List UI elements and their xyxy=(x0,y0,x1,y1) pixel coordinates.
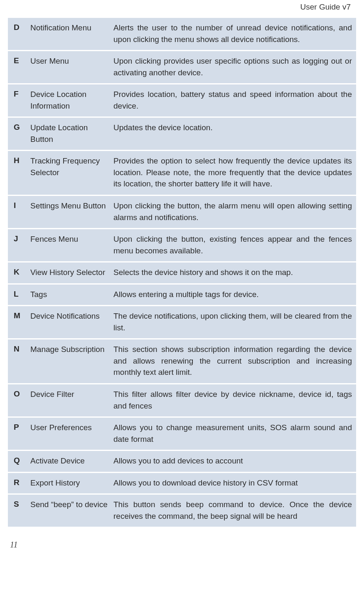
row-name: Fences Menu xyxy=(30,233,113,256)
row-description: Updates the device location. xyxy=(113,122,352,145)
table-row: GUpdate Location ButtonUpdates the devic… xyxy=(7,117,357,151)
row-name: Settings Menu Button xyxy=(30,200,113,223)
row-name: Device Notifications xyxy=(30,310,113,333)
row-description: This filter allows filter device by devi… xyxy=(113,389,352,411)
table-row: MDevice NotificationsThe device notifica… xyxy=(7,306,357,339)
table-row: QActivate DeviceAllows you to add device… xyxy=(7,451,357,473)
row-name: Activate Device xyxy=(30,455,113,467)
table-row: RExport HistoryAllows you to download de… xyxy=(7,473,357,495)
row-letter: N xyxy=(12,344,30,378)
row-letter: F xyxy=(12,89,30,111)
row-description: Allows you to download device history in… xyxy=(113,477,352,489)
row-name: Send “beep” to device xyxy=(30,499,113,522)
row-description: This section shows subscription informat… xyxy=(113,344,352,378)
row-description: Upon clicking the button, existing fence… xyxy=(113,233,352,256)
row-name: Export History xyxy=(30,477,113,489)
row-letter: P xyxy=(12,422,30,445)
row-letter: E xyxy=(12,55,30,78)
table-row: NManage SubscriptionThis section shows s… xyxy=(7,339,357,384)
row-letter: J xyxy=(12,233,30,256)
table-row: KView History SelectorSelects the device… xyxy=(7,262,357,284)
row-letter: D xyxy=(12,22,30,45)
row-letter: H xyxy=(12,155,30,190)
table-row: FDevice Location InformationProvides loc… xyxy=(7,84,357,117)
row-name: Device Filter xyxy=(30,389,113,411)
row-letter: R xyxy=(12,477,30,489)
row-description: Provides location, battery status and sp… xyxy=(113,89,352,111)
page-title: User Guide v7 xyxy=(7,0,357,17)
row-description: Alerts the user to the number of unread … xyxy=(113,22,352,45)
row-name: Device Location Information xyxy=(30,89,113,111)
row-description: Allows you to change measurement units, … xyxy=(113,422,352,445)
reference-table: D Notification MenuAlerts the user to th… xyxy=(7,17,357,528)
row-description: Selects the device history and shows it … xyxy=(113,267,352,278)
row-name: Tracking Frequency Selector xyxy=(30,155,113,190)
document-page: User Guide v7 D Notification MenuAlerts … xyxy=(0,0,364,566)
row-letter: K xyxy=(12,267,30,278)
row-description: Upon clicking the button, the alarm menu… xyxy=(113,200,352,223)
row-letter: O xyxy=(12,389,30,411)
row-description: This button sends beep command to device… xyxy=(113,499,352,522)
row-letter: G xyxy=(12,122,30,145)
table-row: LTagsAllows entering a multiple tags for… xyxy=(7,284,357,306)
row-description: The device notifications, upon clicking … xyxy=(113,310,352,333)
table-row: ODevice FilterThis filter allows filter … xyxy=(7,384,357,417)
page-number: 11 xyxy=(7,528,357,550)
table-row: HTracking Frequency SelectorProvides the… xyxy=(7,151,357,196)
row-name: View History Selector xyxy=(30,267,113,278)
table-row: JFences MenuUpon clicking the button, ex… xyxy=(7,229,357,262)
row-letter: L xyxy=(12,289,30,300)
row-letter: M xyxy=(12,310,30,333)
row-name: Notification Menu xyxy=(30,22,113,45)
row-description: Provides the option to select how freque… xyxy=(113,155,352,190)
row-description: Upon clicking provides user specific opt… xyxy=(113,55,352,78)
row-letter: S xyxy=(12,499,30,522)
row-description: Allows you to add devices to account xyxy=(113,455,352,467)
row-letter: I xyxy=(12,200,30,223)
table-row: D Notification MenuAlerts the user to th… xyxy=(7,17,357,51)
row-description: Allows entering a multiple tags for devi… xyxy=(113,289,352,300)
row-name: Tags xyxy=(30,289,113,300)
row-name: Manage Subscription xyxy=(30,344,113,378)
table-row: PUser PreferencesAllows you to change me… xyxy=(7,417,357,451)
table-row: E User MenuUpon clicking provides user s… xyxy=(7,51,357,84)
table-row: SSend “beep” to deviceThis button sends … xyxy=(7,494,357,528)
row-letter: Q xyxy=(12,455,30,467)
row-name: User Menu xyxy=(30,55,113,78)
table-row: ISettings Menu ButtonUpon clicking the b… xyxy=(7,196,357,229)
row-name: User Preferences xyxy=(30,422,113,445)
row-name: Update Location Button xyxy=(30,122,113,145)
